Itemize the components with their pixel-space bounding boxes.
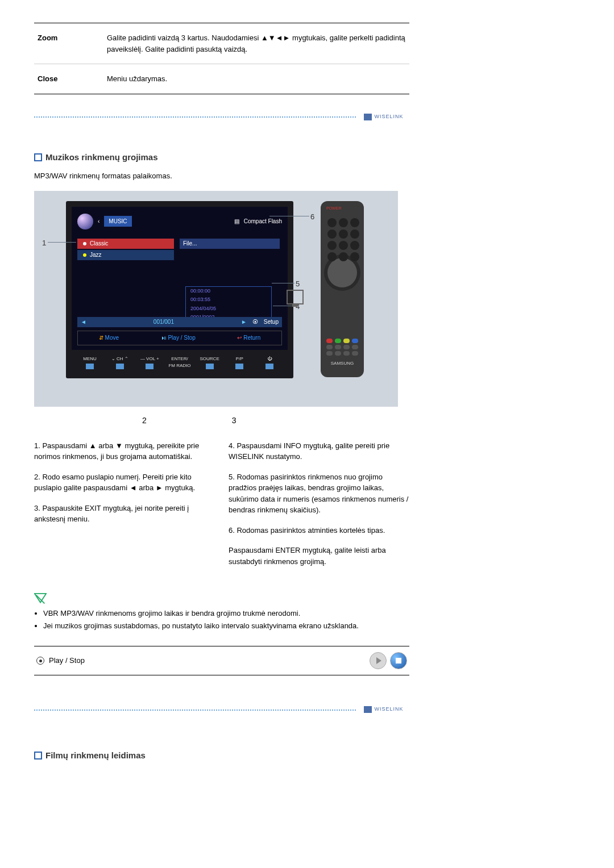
note-icon [34,593,47,606]
callout-5: 5 [296,278,300,290]
step-4: 4. Paspausdami INFO mygtuką, galite pere… [229,440,409,462]
callout-2: 2 [142,415,147,427]
monitor-bezel: MENU ⌄ CH ⌃ — VOL + ENTER/ FM RADIO SOUR… [77,356,282,374]
option-zoom-name: Zoom [34,23,103,64]
option-close-desc: Meniu uždarymas. [103,64,409,94]
screenshot-figure: ‹ MUSIC ▤ Compact Flash Classic Jazz Fil… [34,191,398,407]
remote: POWER SAMSUNG [321,201,364,377]
step-3: 3. Paspauskite EXIT mygtuką, jei norite … [34,503,215,525]
svg-marker-0 [35,594,46,603]
steps-columns: 1. Paspausdami ▲ arba ▼ mygtuką, pereiki… [34,440,409,577]
divider: WISELINK [34,111,409,123]
orb-icon [77,214,93,229]
remote-brand: SAMSUNG [321,360,364,367]
osd-card-label: Compact Flash [244,217,282,226]
pager: ◄ 001/001 ► ⦿ Setup [77,317,282,327]
stop-button[interactable] [390,652,407,669]
step-extra: Paspausdami ENTER mygtuką, galite leisti… [229,545,409,567]
play-stop-row: Play / Stop [34,646,409,675]
step-5: 5. Rodomas pasirinktos rinkmenos nuo gro… [229,471,409,516]
bullet-icon [34,752,42,760]
section-movie-title: Filmų rinkmenų leidimas [34,749,409,762]
step-6: 6. Rodomas pasirinktos atminties kortelė… [229,525,409,536]
file-pane: File... [180,239,280,249]
folder-list: Classic Jazz [77,239,174,261]
osd-toolbar: ‹ MUSIC ▤ Compact Flash [77,212,282,231]
step-2: 2. Rodo esamo puslapio numerį. Pereiti p… [34,471,215,494]
callout-1: 1 [42,237,46,249]
section-music-title-text: Muzikos rinkmenų grojimas [45,151,158,164]
radio-icon [36,657,44,665]
section-movie-title-text: Filmų rinkmenų leidimas [45,749,146,762]
option-zoom-desc: Galite padidinti vaizdą 3 kartus. Naudod… [103,23,409,64]
note-2: Jei muzikos grojimas sustabdomas, po nus… [43,620,409,632]
callout-6: 6 [310,211,314,223]
list-item[interactable]: Jazz [77,250,174,260]
note-1: VBR MP3/WAV rinkmenoms grojimo laikas ir… [43,608,409,619]
list-item[interactable]: Classic [77,239,174,249]
bullet-icon [34,153,42,161]
callout-3: 3 [232,415,237,427]
section-music-sub: MP3/WAV rinkmenų formatas palaikomas. [34,170,409,182]
wiselink-badge: WISELINK [358,704,409,715]
play-stop-label: Play / Stop [49,655,85,666]
monitor: ‹ MUSIC ▤ Compact Flash Classic Jazz Fil… [66,201,293,378]
play-button[interactable] [370,652,387,669]
below-callouts: 2 3 [142,415,409,427]
notes-list: VBR MP3/WAV rinkmenoms grojimo laikas ir… [43,608,409,631]
option-close-name: Close [34,64,103,94]
card-icon: ▤ [234,217,239,226]
section-music-title: Muzikos rinkmenų grojimas [34,151,409,164]
wiselink-badge: WISELINK [358,111,409,123]
options-table: Zoom Galite padidinti vaizdą 3 kartus. N… [34,23,409,94]
tv-icon [287,290,304,304]
divider: WISELINK [34,704,409,715]
remote-power-label: POWER [326,206,341,212]
osd-music-label: MUSIC [104,216,131,227]
osd-help: ⇵ Move ⏯ Play / Stop ↩ Return [77,331,282,345]
step-1: 1. Paspausdami ▲ arba ▼ mygtuką, pereiki… [34,440,215,462]
